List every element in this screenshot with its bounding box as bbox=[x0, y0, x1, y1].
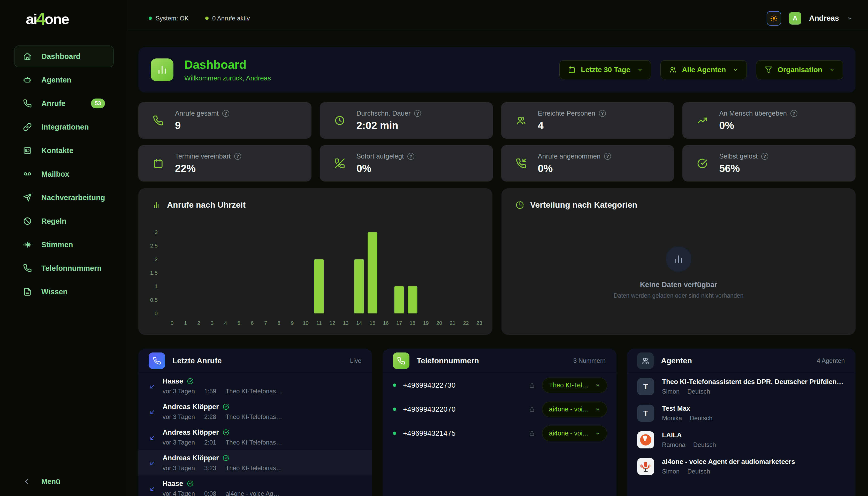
stat-card: Anrufe angenommen ? 0% bbox=[501, 145, 674, 182]
sidebar-item-label: Mailbox bbox=[42, 170, 69, 179]
app: ai4one Dashboard Agenten Anrufe 53 Inte bbox=[0, 0, 868, 496]
x-tick: 3 bbox=[211, 320, 213, 326]
stat-card: Durchschn. Dauer ? 2:02 min bbox=[320, 102, 493, 139]
system-status-label: System: OK bbox=[156, 15, 189, 22]
filter-button[interactable]: Alle Agenten bbox=[660, 60, 747, 79]
call-row[interactable]: Haase vor 4 Tagen 0:08 ai4one - voice Ag… bbox=[138, 476, 372, 496]
agent-select[interactable]: ai4one - voic… bbox=[542, 402, 607, 417]
status-dot bbox=[393, 407, 396, 411]
agent-row[interactable]: T Test Max Monika Deutsch bbox=[627, 400, 856, 427]
stat-label: Sofort aufgelegt bbox=[356, 152, 404, 160]
caller-name: Haase bbox=[163, 377, 183, 385]
chart-title: Anrufe nach Uhrzeit bbox=[167, 200, 245, 210]
help-icon[interactable]: ? bbox=[407, 153, 414, 160]
phone-icon bbox=[153, 115, 164, 126]
sidebar-item[interactable]: Nachverarbeitung bbox=[14, 187, 114, 208]
tooth-icon bbox=[639, 433, 653, 447]
call-row[interactable]: Andreas Klöpper vor 3 Tagen 2:28 Theo KI… bbox=[138, 399, 372, 424]
sidebar-item[interactable]: Agenten bbox=[14, 69, 114, 91]
call-duration: 2:28 bbox=[204, 413, 216, 420]
sidebar-item-icon bbox=[23, 193, 32, 202]
mic-icon bbox=[639, 460, 653, 473]
sidebar-item[interactable]: Dashboard bbox=[14, 46, 114, 67]
x-tick: 21 bbox=[450, 320, 455, 326]
x-tick: 17 bbox=[396, 320, 402, 326]
avatar[interactable]: A bbox=[789, 12, 801, 25]
chart-plot: 00.511.522.53 01234567891011121314151617… bbox=[165, 232, 486, 313]
lock-icon bbox=[529, 406, 535, 413]
y-tick: 3 bbox=[155, 229, 158, 235]
agent-row[interactable]: LAILA Ramona Deutsch bbox=[627, 427, 856, 453]
stat-value: 9 bbox=[175, 120, 229, 131]
stat-label: Termine vereinbart bbox=[175, 152, 230, 160]
agent-voice: Simon bbox=[662, 468, 679, 475]
y-tick: 0 bbox=[155, 310, 158, 316]
help-icon[interactable]: ? bbox=[414, 110, 421, 117]
phone-numbers-panel: Telefonnummern 3 Nummern +496994322730 T… bbox=[383, 348, 616, 496]
sidebar-item-label: Dashboard bbox=[42, 52, 80, 61]
help-icon[interactable]: ? bbox=[761, 153, 768, 160]
stat-value: 22% bbox=[175, 162, 241, 174]
call-row[interactable]: Haase vor 3 Tagen 1:59 Theo KI-Telefonas… bbox=[138, 373, 372, 399]
stat-label: Anrufe gesamt bbox=[175, 109, 219, 118]
phone-icon bbox=[23, 99, 32, 108]
sidebar-item[interactable]: Stimmen bbox=[14, 234, 114, 255]
menu-label: Menü bbox=[42, 477, 60, 486]
agent-voice: Simon bbox=[662, 388, 679, 395]
stat-label: Anrufe angenommen bbox=[538, 152, 601, 160]
x-tick: 1 bbox=[184, 320, 187, 326]
filter-button[interactable]: Letzte 30 Tage bbox=[559, 60, 651, 79]
call-agent: Theo KI-Telefonas… bbox=[226, 388, 282, 395]
filter-button[interactable]: Organisation bbox=[756, 60, 843, 79]
x-tick: 6 bbox=[251, 320, 254, 326]
theme-toggle-button[interactable] bbox=[767, 11, 781, 26]
stat-value: 0% bbox=[538, 162, 611, 174]
sidebar-item[interactable]: Kontakte bbox=[14, 140, 114, 161]
menu-collapse-button[interactable]: Menü bbox=[23, 477, 60, 486]
call-row[interactable]: Andreas Klöpper vor 3 Tagen 3:23 Theo KI… bbox=[138, 450, 372, 476]
help-icon[interactable]: ? bbox=[234, 153, 241, 160]
agent-select[interactable]: ai4one - voic… bbox=[542, 426, 607, 441]
help-icon[interactable]: ? bbox=[790, 110, 798, 117]
agent-name: Theo KI-Telefonassistent des DPR. Deutsc… bbox=[662, 378, 846, 386]
x-tick: 15 bbox=[370, 320, 375, 326]
help-icon[interactable]: ? bbox=[222, 110, 229, 117]
agent-row[interactable]: ai4one - voice Agent der audiomarketeers… bbox=[627, 453, 856, 480]
help-icon[interactable]: ? bbox=[604, 153, 611, 160]
incoming-call-icon bbox=[149, 383, 156, 390]
sidebar-item[interactable]: Anrufe 53 bbox=[14, 93, 114, 114]
sidebar-item[interactable]: Telefonnummern bbox=[14, 257, 114, 279]
success-check-icon bbox=[223, 429, 229, 436]
agent-select[interactable]: Theo KI-Telef… bbox=[542, 377, 607, 393]
trend-icon bbox=[697, 115, 708, 126]
phone-in-icon bbox=[516, 158, 527, 169]
sidebar-item[interactable]: Integrationen bbox=[14, 116, 114, 138]
brand-logo[interactable]: ai4one bbox=[26, 8, 69, 28]
stat-icon bbox=[516, 158, 527, 169]
x-tick: 8 bbox=[278, 320, 280, 326]
sidebar-item-label: Regeln bbox=[42, 217, 66, 226]
x-tick: 18 bbox=[410, 320, 415, 326]
sidebar-item-badge: 53 bbox=[91, 98, 105, 108]
chevron-down-icon[interactable] bbox=[847, 16, 852, 21]
agent-avatar bbox=[637, 458, 654, 475]
agents-title: Agenten bbox=[661, 356, 692, 365]
sidebar-item-label: Agenten bbox=[42, 76, 71, 84]
recent-calls-header: Letzte Anrufe Live bbox=[138, 348, 372, 373]
header-filters: Letzte 30 Tage Alle Agenten Organisation bbox=[559, 60, 843, 79]
agent-row[interactable]: T Theo KI-Telefonassistent des DPR. Deut… bbox=[627, 373, 856, 400]
call-row[interactable]: Andreas Klöpper vor 3 Tagen 2:01 Theo KI… bbox=[138, 424, 372, 450]
users-icon bbox=[516, 115, 527, 126]
sidebar-item[interactable]: Regeln bbox=[14, 210, 114, 232]
help-icon[interactable]: ? bbox=[599, 110, 606, 117]
check-circle-icon bbox=[697, 158, 708, 169]
agent-select-value: ai4one - voic… bbox=[549, 430, 592, 437]
x-tick: 16 bbox=[383, 320, 388, 326]
stat-label: Durchschn. Dauer bbox=[356, 109, 411, 118]
sidebar-item[interactable]: Wissen bbox=[14, 281, 114, 303]
success-check-icon bbox=[223, 403, 229, 410]
phone-off-icon bbox=[334, 158, 345, 169]
x-tick: 9 bbox=[291, 320, 294, 326]
status-dot bbox=[393, 432, 396, 435]
sidebar-item[interactable]: Mailbox bbox=[14, 163, 114, 185]
